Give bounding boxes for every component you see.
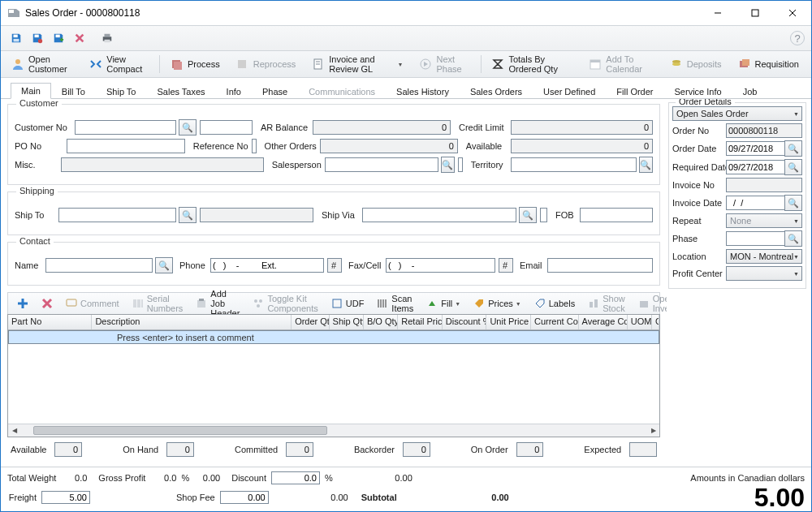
tab-sales-history[interactable]: Sales History: [386, 84, 460, 99]
help-icon[interactable]: ?: [790, 31, 805, 45]
maximize-button[interactable]: [736, 1, 774, 25]
phase-lookup[interactable]: 🔍: [784, 230, 802, 247]
requisition-button[interactable]: Requisition: [731, 53, 806, 75]
save-button[interactable]: [7, 29, 25, 47]
add-calendar-button: Add To Calendar: [581, 53, 660, 75]
freight-input[interactable]: [41, 491, 90, 504]
fax-input[interactable]: [386, 258, 495, 273]
email-input[interactable]: [547, 258, 653, 273]
svg-rect-9: [56, 35, 60, 38]
customer-no-lookup[interactable]: 🔍: [179, 119, 197, 136]
shop-fee-input[interactable]: [220, 491, 269, 504]
name-lookup[interactable]: 🔍: [155, 257, 173, 273]
territory-input[interactable]: [511, 157, 637, 172]
stk-available-label: Available: [11, 445, 46, 454]
invoice-date-input[interactable]: [726, 196, 785, 210]
fob-input[interactable]: [580, 208, 653, 222]
required-date-input[interactable]: [726, 160, 785, 174]
remove-item-button[interactable]: [36, 294, 58, 313]
tab-user-defined[interactable]: User Defined: [533, 84, 606, 99]
col-unit-price[interactable]: Unit Price: [486, 315, 531, 329]
totals-by-qty-button[interactable]: Totals By Ordered Qty: [484, 53, 580, 75]
profit-center-select[interactable]: ▼: [726, 266, 802, 281]
col-conversion[interactable]: Conversi: [652, 315, 659, 329]
col-uom[interactable]: UOM: [628, 315, 652, 329]
close-button[interactable]: [774, 1, 811, 25]
tab-service-info[interactable]: Service Info: [664, 84, 732, 99]
salesperson-input[interactable]: [325, 157, 438, 172]
col-description[interactable]: Description: [92, 315, 292, 329]
save-new-button[interactable]: [50, 29, 67, 47]
scroll-left-icon[interactable]: ◀: [8, 424, 20, 437]
svg-rect-28: [742, 59, 749, 66]
phase-input[interactable]: [726, 231, 785, 246]
po-no-input[interactable]: [67, 139, 185, 153]
tab-phase[interactable]: Phase: [252, 84, 298, 99]
price-tag-icon: [473, 298, 485, 309]
name-input[interactable]: [45, 258, 153, 273]
gross-profit-v1: 0.0: [150, 473, 176, 483]
minimize-button[interactable]: [699, 1, 736, 25]
order-date-input[interactable]: [726, 141, 785, 156]
customer-no-input[interactable]: [75, 120, 176, 135]
col-bo-qty[interactable]: B/O Qty: [364, 315, 398, 329]
process-button[interactable]: Process: [163, 53, 227, 75]
delete-button[interactable]: [71, 29, 89, 47]
tab-bill-to[interactable]: Bill To: [51, 84, 96, 99]
col-order-qty[interactable]: Order Qty: [292, 315, 329, 329]
phone-input[interactable]: [210, 258, 324, 273]
open-customer-button[interactable]: Open Customer: [4, 53, 80, 75]
job-icon: [196, 298, 207, 309]
tab-ship-to[interactable]: Ship To: [96, 84, 147, 99]
col-average-cost[interactable]: Average Cost: [579, 315, 628, 329]
ship-to-input[interactable]: [58, 208, 176, 222]
print-button[interactable]: [98, 29, 116, 47]
add-job-header-button[interactable]: Add Job Header: [190, 294, 245, 313]
tab-sales-orders[interactable]: Sales Orders: [460, 84, 533, 99]
order-date-lookup[interactable]: 🔍: [784, 140, 802, 157]
scan-items-button[interactable]: Scan Items: [371, 294, 419, 313]
col-part-no[interactable]: Part No: [8, 315, 92, 329]
prices-button[interactable]: Prices▼: [468, 294, 527, 313]
fill-button[interactable]: Fill▼: [421, 294, 466, 313]
invoice-review-gl-button[interactable]: Invoice and Review GL▼: [304, 53, 410, 75]
shipping-group: Shipping Ship To 🔍 Ship Via 🔍 FOB: [7, 191, 660, 235]
col-current-cost[interactable]: Current Cost: [531, 315, 579, 329]
grid-placeholder-row[interactable]: Press <enter> to insert a comment: [8, 330, 659, 344]
col-retail-price[interactable]: Retail Price: [398, 315, 443, 329]
reference-no-label: Reference No: [193, 141, 248, 151]
ship-via-input[interactable]: [362, 208, 516, 222]
tab-sales-taxes[interactable]: Sales Taxes: [147, 84, 216, 99]
labels-button[interactable]: Labels: [529, 294, 581, 313]
ship-via-name-input[interactable]: [540, 208, 547, 222]
tab-job[interactable]: Job: [732, 84, 768, 99]
save-close-button[interactable]: [28, 29, 46, 47]
ship-to-lookup[interactable]: 🔍: [179, 207, 197, 223]
ship-via-lookup[interactable]: 🔍: [519, 207, 537, 223]
customer-name-input[interactable]: [200, 120, 253, 135]
grid-hscroll[interactable]: ◀ ▶: [8, 424, 659, 437]
location-select[interactable]: MON - Montreal▼: [726, 249, 802, 264]
line-items-grid[interactable]: Part No Description Order Qty Ship Qty B…: [7, 314, 660, 437]
tab-info[interactable]: Info: [216, 84, 252, 99]
view-compact-button[interactable]: View Compact: [82, 53, 154, 75]
udf-button[interactable]: UDF: [326, 294, 370, 313]
tab-fill-order[interactable]: Fill Order: [606, 84, 663, 99]
col-ship-qty[interactable]: Ship Qty: [330, 315, 364, 329]
grid-body[interactable]: Press <enter> to insert a comment: [8, 330, 659, 424]
tab-main[interactable]: Main: [11, 83, 51, 99]
territory-lookup[interactable]: 🔍: [639, 157, 653, 173]
col-discount[interactable]: Discount %: [443, 315, 487, 329]
currency-note: Amounts in Canadian dollars: [690, 473, 805, 483]
invoice-date-lookup[interactable]: 🔍: [784, 195, 802, 211]
add-item-button[interactable]: [11, 294, 34, 313]
scroll-right-icon[interactable]: ▶: [647, 424, 659, 437]
discount-input[interactable]: [271, 471, 320, 484]
required-date-lookup[interactable]: 🔍: [784, 159, 802, 175]
scroll-thumb[interactable]: [33, 426, 327, 435]
order-status-select[interactable]: Open Sales Order▼: [672, 106, 802, 121]
chevron-down-icon: ▼: [398, 62, 404, 67]
reference-no-input[interactable]: [252, 139, 257, 153]
salesperson-name-input[interactable]: [458, 157, 463, 172]
salesperson-lookup[interactable]: 🔍: [441, 157, 455, 173]
